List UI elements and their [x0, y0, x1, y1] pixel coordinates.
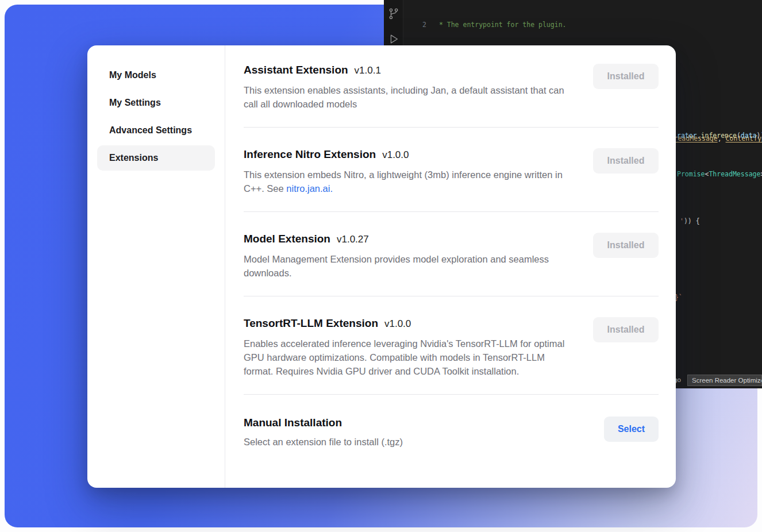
sidebar-item-extensions[interactable]: Extensions — [97, 145, 215, 171]
jan-settings-modal: My Models My Settings Advanced Settings … — [87, 45, 676, 488]
extension-description: This extension enables assistants, inclu… — [244, 83, 576, 111]
sidebar-item-advanced-settings[interactable]: Advanced Settings — [97, 118, 215, 143]
desktop: 2 * The entrypoint for the plugin. 3 */ … — [0, 0, 762, 532]
extension-version: v1.0.1 — [355, 65, 381, 76]
installed-button[interactable]: Installed — [593, 64, 659, 89]
extensions-list: Assistant Extension v1.0.1 This extensio… — [225, 45, 676, 488]
manual-installation-description: Select an extension file to install (.tg… — [244, 435, 403, 449]
line-number: 2 — [403, 20, 426, 30]
sidebar-item-my-settings[interactable]: My Settings — [97, 90, 215, 115]
extension-name: TensortRT-LLM Extension — [244, 317, 378, 330]
nitro-jan-ai-link[interactable]: nitro.jan.ai. — [286, 183, 333, 194]
code-line: 2 * The entrypoint for the plugin. — [403, 20, 762, 30]
manual-installation-row: Manual Installation Select an extension … — [244, 395, 659, 449]
select-file-button[interactable]: Select — [604, 417, 659, 442]
extension-row-tensorrt: TensortRT-LLM Extension v1.0.0 Enables a… — [244, 296, 659, 395]
extension-name: Model Extension — [244, 233, 330, 245]
code-fragment: rator.inference(data)); — [677, 132, 762, 140]
settings-sidebar: My Models My Settings Advanced Settings … — [87, 45, 225, 488]
extension-description: Enables accelerated inference leveraging… — [244, 337, 576, 378]
extension-row-assistant: Assistant Extension v1.0.1 This extensio… — [244, 45, 659, 128]
installed-button[interactable]: Installed — [593, 233, 659, 258]
run-debug-icon[interactable] — [387, 32, 401, 46]
extension-description: Model Management Extension provides mode… — [244, 252, 576, 280]
screen-reader-status-item[interactable]: Screen Reader Optimize — [687, 375, 762, 386]
code-fragment: ')) { — [680, 217, 700, 225]
extension-version: v1.0.0 — [382, 149, 409, 161]
extension-name: Inference Nitro Extension — [244, 148, 376, 161]
extension-description: This extension embeds Nitro, a lightweig… — [244, 168, 576, 195]
sidebar-item-my-models[interactable]: My Models — [97, 63, 215, 88]
extension-row-nitro: Inference Nitro Extension v1.0.0 This ex… — [244, 128, 659, 212]
installed-button[interactable]: Installed — [593, 148, 659, 174]
extension-version: v1.0.0 — [384, 318, 411, 330]
extension-name: Assistant Extension — [244, 64, 348, 76]
manual-installation-title: Manual Installation — [244, 417, 342, 429]
extension-version: v1.0.27 — [337, 234, 369, 245]
code-fragment: Promise<ThreadMessage> — [677, 170, 762, 178]
extension-row-model: Model Extension v1.0.27 Model Management… — [244, 212, 659, 296]
source-control-icon[interactable] — [387, 7, 401, 21]
installed-button[interactable]: Installed — [593, 317, 659, 342]
